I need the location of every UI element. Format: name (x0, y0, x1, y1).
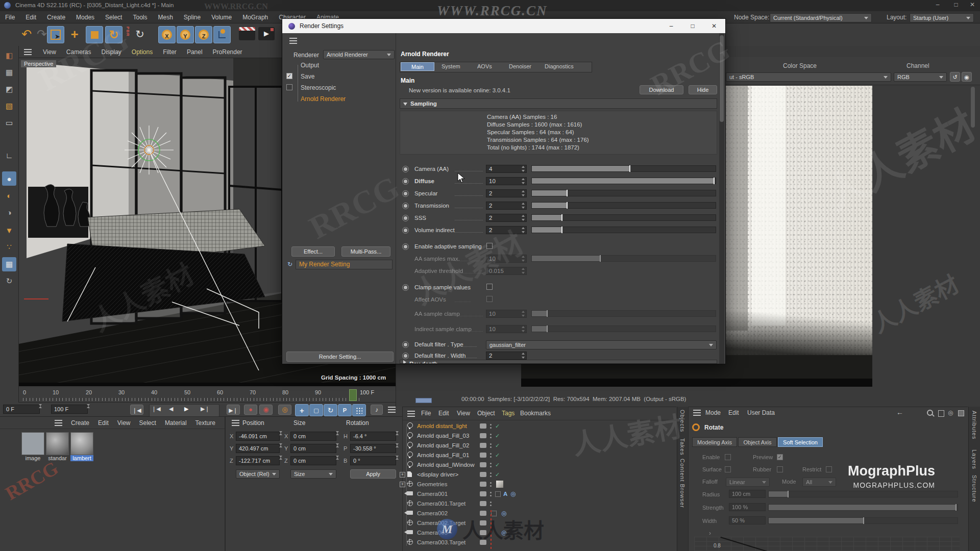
material-name[interactable]: image (21, 455, 44, 461)
protection-tag-icon[interactable]: ◎ (510, 489, 516, 498)
visibility-dots-icon[interactable] (490, 463, 492, 464)
menu-select[interactable]: Select (105, 14, 122, 21)
menu-modes[interactable]: Modes (76, 14, 94, 21)
menu-spline[interactable]: Spline (184, 14, 201, 21)
y-axis-lock-button[interactable]: Y (177, 26, 194, 43)
download-button[interactable]: Download (640, 85, 683, 94)
curve-expander[interactable]: › (709, 530, 711, 537)
specular-slider[interactable] (531, 190, 716, 196)
coordinate-system-button[interactable] (213, 26, 231, 43)
coords-size-dropdown[interactable]: Size (290, 469, 336, 479)
render-setting-button[interactable]: Render Setting... (286, 352, 394, 362)
undo-button[interactable]: ↶ (18, 26, 35, 42)
edges-mode-icon[interactable]: ◐ (2, 188, 16, 203)
tab-diagnostics[interactable]: Diagnostics (545, 63, 574, 69)
adaptive-enable-checkbox[interactable] (486, 243, 493, 249)
om-menu-icon[interactable] (407, 413, 415, 414)
layer-chip[interactable] (480, 453, 486, 458)
viewport-camera-label[interactable]: Perspective (21, 60, 56, 67)
target-tag-icon[interactable] (495, 491, 501, 497)
position-z-field[interactable]: -122.717 cm (236, 456, 280, 465)
copy-icon[interactable] (938, 410, 944, 417)
key-position-toggle[interactable]: + (295, 404, 309, 416)
material-thumb-lambert[interactable] (70, 432, 93, 455)
layout-dropdown[interactable]: Startup (User) (910, 13, 974, 22)
key-pla-toggle[interactable] (352, 404, 366, 416)
focus-icon[interactable]: ◎ (948, 409, 953, 416)
size-z-field[interactable]: 0 cm (290, 456, 336, 465)
history-icon[interactable]: ↺ (950, 72, 960, 82)
key-scale-toggle[interactable]: ▢ (309, 404, 323, 416)
layer-chip[interactable] (480, 540, 486, 545)
volume-indirect-slider[interactable] (531, 227, 716, 233)
animatable-icon[interactable] (402, 203, 409, 209)
transport-menu-icon[interactable] (388, 409, 396, 410)
layer-chip[interactable] (480, 501, 486, 506)
animatable-icon[interactable] (402, 341, 409, 348)
goto-end-button[interactable]: ▶❘ (227, 405, 240, 415)
indirect-sample-clamp-slider[interactable] (531, 325, 716, 332)
position-x-field[interactable]: -46.091 cm (236, 432, 280, 441)
rotation-b-field[interactable]: 0 ° (350, 456, 396, 465)
expand-icon[interactable]: + (400, 482, 405, 487)
object-row[interactable]: +<display driver>✓ (403, 470, 679, 479)
uv-points-icon[interactable]: ∵ (2, 240, 16, 254)
z-axis-lock-button[interactable]: Z (195, 26, 212, 43)
layer-chip[interactable] (480, 433, 486, 438)
falloff-dropdown[interactable]: Linear (726, 478, 770, 487)
object-row[interactable]: Arnold quad_Fill_02✓ (403, 441, 679, 450)
object-row[interactable]: Camera001A◎ (403, 489, 679, 498)
vp-menu-options[interactable]: Options (132, 48, 153, 56)
enabled-check-icon[interactable]: ✓ (495, 450, 500, 460)
texture-paint-icon[interactable]: ▼ (2, 223, 16, 237)
position-y-field[interactable]: 420.497 cm (236, 444, 280, 453)
renderer-dropdown[interactable]: Arnold Renderer (323, 50, 395, 59)
arnold-tag-icon[interactable]: A (503, 489, 507, 498)
texture-tag-icon[interactable] (496, 481, 503, 488)
layer-chip[interactable] (480, 530, 486, 535)
dialog-close-button[interactable]: ✕ (704, 22, 724, 30)
menu-create[interactable]: Create (47, 14, 65, 21)
render-view-button[interactable] (239, 27, 255, 40)
tree-item-arnold[interactable]: Arnold Renderer (301, 95, 346, 103)
visibility-dots-icon[interactable] (490, 492, 492, 493)
protection-tag-icon[interactable]: ◎ (501, 509, 506, 518)
ray-depth-section-bar[interactable]: Ray depth (400, 360, 717, 364)
tab-layers[interactable]: Layers (971, 449, 977, 469)
object-row[interactable]: +Geometries (403, 480, 679, 489)
strength-field[interactable]: 100 % (729, 503, 766, 511)
attr-menu-userdata[interactable]: User Data (747, 409, 775, 416)
mat-menu-edit[interactable]: Edit (98, 419, 109, 427)
panel-tool-icon[interactable]: ▭ (2, 116, 16, 130)
vp-menu-display[interactable]: Display (101, 48, 121, 56)
tab-objects[interactable]: Objects (679, 410, 685, 432)
autokey-record-button[interactable]: ◉ (259, 405, 273, 415)
rotate-tool[interactable]: ↻ (105, 26, 122, 43)
visibility-dots-icon[interactable] (490, 472, 492, 474)
tab-structure[interactable]: Structure (971, 475, 977, 503)
polygons-mode-icon[interactable]: ◑ (2, 205, 16, 219)
transmission-slider[interactable] (531, 202, 716, 209)
animatable-icon[interactable] (402, 215, 409, 221)
key-rotation-toggle[interactable]: ↻ (324, 404, 337, 416)
radius-slider[interactable] (768, 491, 958, 497)
enable-checkbox[interactable] (725, 454, 731, 460)
maximize-button[interactable]: □ (948, 1, 964, 8)
x-axis-lock-button[interactable]: X (158, 26, 176, 43)
animatable-icon[interactable] (402, 190, 409, 197)
preview-checkbox[interactable]: ✓ (777, 454, 783, 460)
dialog-maximize-button[interactable]: □ (682, 22, 703, 30)
animatable-icon[interactable] (402, 284, 409, 291)
move-tool[interactable]: + (66, 26, 83, 42)
vp-menu-prorender[interactable]: ProRender (213, 48, 242, 56)
diffuse-input[interactable]: 10 (486, 177, 527, 185)
visibility-dots-icon[interactable] (490, 434, 492, 435)
sampling-section-bar[interactable]: Sampling (400, 98, 717, 109)
mat-menu-view[interactable]: View (117, 419, 131, 427)
filter-type-dropdown[interactable]: gaussian_filter (486, 340, 717, 349)
node-space-dropdown[interactable]: Current (Standard/Physical) (770, 13, 872, 22)
vp-menu-panel[interactable]: Panel (187, 48, 203, 56)
workplane-mode-icon[interactable]: ▧ (2, 99, 16, 113)
tab-soft-selection[interactable]: Soft Selection (778, 437, 823, 447)
size-x-field[interactable]: 0 cm (290, 432, 336, 441)
